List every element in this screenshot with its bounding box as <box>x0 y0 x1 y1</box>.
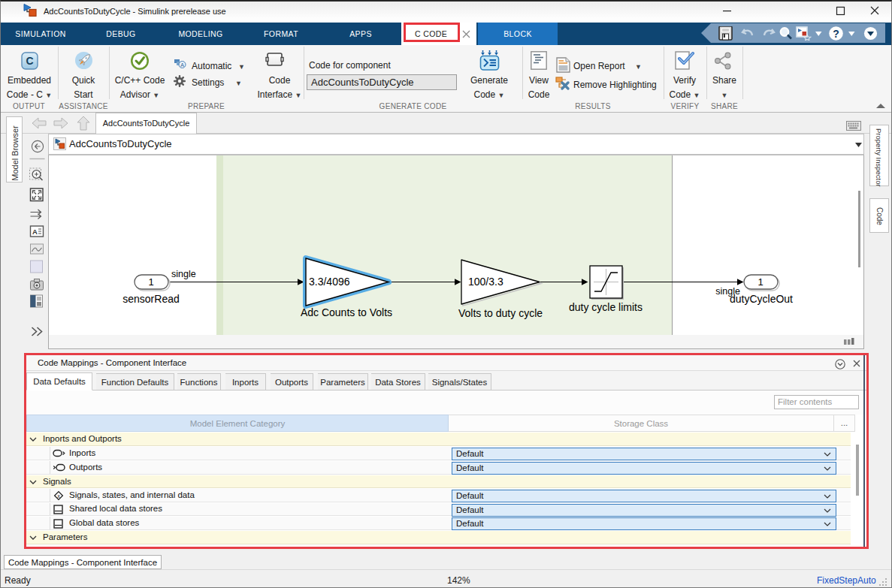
svg-text:C: C <box>26 55 33 67</box>
svg-text:1: 1 <box>148 276 153 288</box>
svg-text:sensorRead: sensorRead <box>122 293 180 305</box>
svg-text:duty cycle limits: duty cycle limits <box>569 301 643 313</box>
svg-text:Adc Counts to Volts: Adc Counts to Volts <box>301 306 392 318</box>
svg-text:3.3/4096: 3.3/4096 <box>309 276 350 288</box>
svg-text:Volts to duty cycle: Volts to duty cycle <box>458 307 543 319</box>
svg-text:100/3.3: 100/3.3 <box>468 276 503 288</box>
svg-text:dutyCycleOut: dutyCycleOut <box>730 293 793 305</box>
svg-text:A: A <box>180 62 184 68</box>
svg-text:?: ? <box>833 28 839 40</box>
svg-text:x: x <box>56 493 60 499</box>
svg-text:single: single <box>171 269 196 279</box>
svg-text:1: 1 <box>757 276 763 288</box>
svg-text:A: A <box>32 228 38 236</box>
